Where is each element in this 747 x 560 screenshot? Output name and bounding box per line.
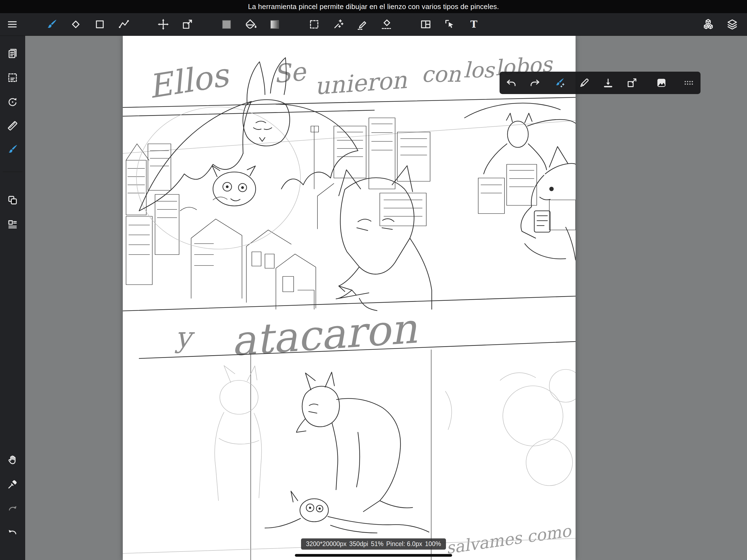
eraser-tool-button[interactable] (67, 16, 84, 33)
image-preview-icon (655, 77, 667, 89)
canvas-preview-button[interactable] (653, 74, 670, 91)
brush-icon (45, 18, 58, 31)
move-tool-button[interactable] (154, 16, 172, 33)
select-panel-button[interactable] (4, 69, 21, 86)
transform-tool-button[interactable] (179, 16, 196, 33)
status-zoom: 51% (371, 540, 383, 548)
sketch-drawing: Ellos Se unieron con los lobos y atacaro… (123, 36, 575, 560)
undo-button[interactable] (4, 523, 21, 541)
divide-panel-button[interactable] (417, 16, 435, 33)
redo-button[interactable] (4, 499, 21, 517)
marquee-select-button[interactable] (305, 16, 323, 33)
top-toolbar: T (0, 13, 747, 36)
hamburger-icon (6, 18, 19, 31)
hand-icon (6, 454, 19, 466)
eraser-icon (70, 18, 82, 31)
toolbar-gap (402, 24, 410, 25)
foreground-color-button[interactable] (218, 16, 235, 33)
magic-wand-button[interactable] (330, 16, 347, 33)
layers-button[interactable] (723, 16, 741, 33)
status-canvas-size: 3200*20000px (306, 540, 346, 548)
menu-button[interactable] (4, 16, 21, 33)
text-tool-button[interactable]: T (465, 16, 483, 33)
pen-icon (578, 77, 590, 89)
quick-redo-button[interactable] (526, 74, 543, 91)
select-pen-icon (356, 18, 368, 31)
notification-bar: La herramienta pincel permite dibujar en… (0, 0, 747, 13)
drag-dots-icon (683, 77, 695, 89)
brush-tool-button[interactable] (43, 16, 60, 33)
quick-save-button[interactable] (600, 74, 617, 91)
quick-brush-settings-button[interactable] (551, 74, 568, 91)
layers-icon (726, 18, 739, 31)
magic-wand-icon (332, 18, 344, 31)
left-sidebar (0, 36, 25, 560)
rotate-view-button[interactable] (4, 93, 21, 111)
handwriting-unieron: unieron (314, 66, 408, 100)
brush-panel-button[interactable] (4, 141, 21, 158)
toolbar-drag-handle[interactable] (680, 74, 697, 91)
rotate-icon (6, 96, 19, 108)
gradient-tool-button[interactable] (266, 16, 284, 33)
handwriting-se: Se (272, 57, 308, 89)
operate-cursor-button[interactable] (441, 16, 459, 33)
small-bat-sketch (212, 166, 256, 206)
handwriting-y: y (175, 321, 195, 354)
divide-panel-icon (419, 18, 432, 31)
layer-list-icon (6, 219, 19, 230)
brush-icon (6, 143, 19, 155)
eyedropper-icon (6, 478, 19, 490)
handwriting-ellos: Ellos (146, 55, 232, 105)
canvas-area: Ellos Se unieron con los lobos y atacaro… (25, 36, 747, 560)
transform-icon (181, 18, 194, 31)
move-icon (157, 18, 170, 31)
deselect-button[interactable] (378, 16, 395, 33)
download-icon (602, 77, 614, 89)
redo-icon (6, 502, 19, 514)
handwriting-atacaron: atacaron (229, 304, 419, 365)
layer-list-button[interactable] (4, 216, 21, 233)
handwriting-los: los (463, 58, 495, 82)
color-pair-icon (6, 194, 19, 206)
center-wolf-sketch (336, 166, 432, 311)
floating-toolbar[interactable] (499, 72, 700, 94)
polyline-icon (118, 18, 130, 31)
right-wolf-sketch (521, 147, 575, 260)
toolbar-gap (203, 24, 211, 25)
hand-tool-button[interactable] (4, 451, 21, 469)
cursor-icon (443, 18, 456, 31)
select-pen-button[interactable] (354, 16, 371, 33)
rectangle-icon (94, 18, 106, 31)
kneeling-wolf-sketch (265, 372, 429, 533)
shape-tool-button[interactable] (91, 16, 108, 33)
quick-undo-button[interactable] (503, 74, 520, 91)
status-dpi: 350dpi (349, 540, 368, 548)
materials-cube-icon (702, 18, 715, 31)
home-indicator[interactable] (295, 554, 452, 557)
fill-tool-button[interactable] (242, 16, 259, 33)
app-window: La herramienta pincel permite dibujar en… (0, 0, 747, 560)
path-tool-button[interactable] (115, 16, 133, 33)
materials-button[interactable] (699, 16, 717, 33)
marquee-icon (308, 18, 320, 31)
select-area-icon (6, 72, 19, 84)
quick-fullscreen-button[interactable] (623, 74, 640, 91)
status-brush: Pincel: 6.0px (386, 540, 422, 548)
ruler-icon (6, 120, 19, 132)
status-opacity: 100% (425, 540, 441, 548)
ruler-button[interactable] (4, 117, 21, 134)
color-swatches-button[interactable] (4, 192, 21, 209)
notification-message: La herramienta pincel permite dibujar en… (248, 2, 499, 11)
eyedropper-button[interactable] (4, 476, 21, 493)
canvas[interactable]: Ellos Se unieron con los lobos y atacaro… (123, 36, 575, 560)
quick-pen-button[interactable] (576, 74, 593, 91)
handwriting-con: con (421, 61, 461, 87)
toolbar-gap (139, 24, 148, 25)
svg-text:T: T (470, 19, 478, 30)
deselect-eraser-icon (380, 18, 393, 31)
text-tool-icon: T (468, 18, 480, 31)
sidebar-divider (3, 172, 22, 172)
flying-bat-sketch (465, 103, 575, 174)
pages-panel-button[interactable] (4, 45, 21, 62)
undo-icon (6, 526, 19, 538)
